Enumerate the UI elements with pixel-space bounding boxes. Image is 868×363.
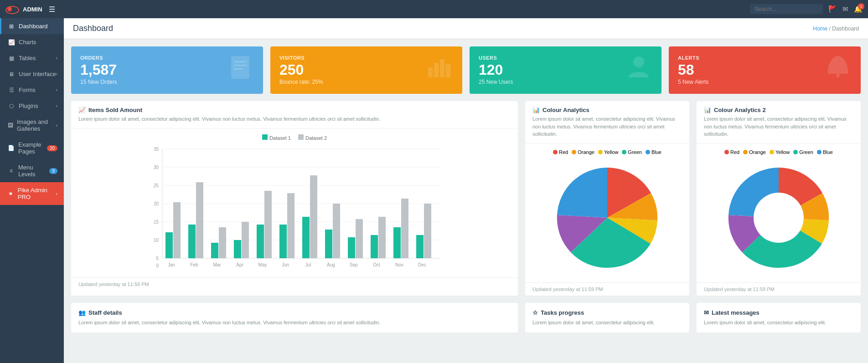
svg-rect-7 <box>446 64 450 77</box>
example-icon: 📄 <box>8 145 15 151</box>
stat-card-orders: ORDERS 1,587 15 New Orders <box>71 46 263 94</box>
svg-rect-2 <box>234 65 247 66</box>
donut-chart-title: 📊 Colour Analytics 2 <box>704 107 853 113</box>
sidebar-item-label: Forms <box>19 87 36 93</box>
sidebar-item-pro[interactable]: ★ Pike Admin PRO › <box>0 182 64 205</box>
svg-rect-0 <box>231 56 249 79</box>
tasks-desc: Lorem ipsum dolor sit amet, consectetur … <box>532 319 682 327</box>
donut-chart-body: Red Orange Yellow Green Blue <box>697 144 861 282</box>
tasks-icon: ☆ <box>532 309 538 316</box>
hamburger-button[interactable]: ☰ <box>47 3 57 15</box>
svg-text:Apr: Apr <box>236 262 243 267</box>
users-label: USERS <box>479 55 513 61</box>
donut-chart-title-icon: 📊 <box>704 107 711 113</box>
sidebar-item-label: Charts <box>19 39 36 46</box>
orders-sub: 15 New Orders <box>80 79 117 85</box>
donut-chart-footer: Updated yesterday at 11:59 PM <box>697 282 861 296</box>
menu-icon: ≡ <box>8 168 15 174</box>
svg-rect-4 <box>428 67 433 77</box>
svg-rect-48 <box>416 235 424 258</box>
sidebar-item-label: Images and Galleries <box>17 118 56 132</box>
svg-text:Sep: Sep <box>350 262 358 267</box>
chevron-right-icon: › <box>56 191 57 196</box>
stat-card-users: USERS 120 25 New Users <box>470 46 661 94</box>
sidebar-item-menu[interactable]: ≡ Menu Levels 9 <box>0 159 64 182</box>
sidebar-item-dashboard[interactable]: ⊞ Dashboard <box>0 18 64 34</box>
top-nav-right: 🚩 ✉ 🔔 1 <box>750 4 863 14</box>
bottom-row: 👥 Staff details Lorem ipsum dolor sit am… <box>71 303 861 333</box>
pro-icon: ★ <box>8 190 14 197</box>
svg-rect-47 <box>401 199 408 258</box>
alerts-icon <box>824 54 852 87</box>
plugins-icon: ⬡ <box>8 103 15 109</box>
svg-rect-41 <box>333 204 340 258</box>
bar-chart-title: 📈 Items Sold Amount <box>78 107 511 113</box>
svg-rect-44 <box>371 235 378 258</box>
sidebar-item-plugins[interactable]: ⬡ Plugins › <box>0 98 64 114</box>
svg-text:Oct: Oct <box>373 262 380 267</box>
users-sub: 25 New Users <box>479 79 513 85</box>
bell-icon[interactable]: 🔔 1 <box>854 5 863 13</box>
svg-rect-37 <box>287 193 294 258</box>
svg-point-62 <box>754 193 804 243</box>
sidebar-item-images[interactable]: 🖼 Images and Galleries › <box>0 114 64 137</box>
svg-rect-3 <box>234 68 243 70</box>
donut-chart-container <box>704 158 853 277</box>
search-input[interactable] <box>750 4 823 14</box>
svg-rect-33 <box>242 222 249 258</box>
visitors-value: 250 <box>279 62 323 77</box>
images-icon: 🖼 <box>8 122 13 128</box>
legend-item-1: Dataset 1 <box>262 134 291 141</box>
alerts-value: 58 <box>678 62 708 77</box>
staff-icon: 👥 <box>78 309 86 316</box>
svg-text:15: 15 <box>154 220 159 225</box>
sidebar-item-label: User Interface <box>19 71 56 77</box>
chevron-right-icon: › <box>56 103 57 108</box>
bar-chart-card: 📈 Items Sold Amount Lorem ipsum dolor si… <box>71 101 518 296</box>
chevron-right-icon: › <box>56 123 57 128</box>
pie-chart-title-icon: 📊 <box>532 107 540 113</box>
svg-text:May: May <box>258 262 267 267</box>
breadcrumb-home[interactable]: Home <box>813 26 827 32</box>
sidebar-item-label: Menu Levels <box>18 164 50 178</box>
envelope-icon[interactable]: ✉ <box>842 5 848 13</box>
svg-rect-1 <box>234 61 247 62</box>
sidebar-item-tables[interactable]: ▦ Tables › <box>0 50 64 66</box>
svg-text:10: 10 <box>154 238 159 243</box>
svg-rect-38 <box>302 217 310 258</box>
visitors-sub: Bounce rate: 25% <box>279 79 323 85</box>
svg-text:Mar: Mar <box>213 262 221 267</box>
ui-icon: 🖥 <box>8 71 15 77</box>
svg-rect-26 <box>165 232 173 258</box>
top-nav-left: ADMIN ☰ <box>5 3 57 15</box>
alerts-label: ALERTS <box>678 55 708 61</box>
visitors-label: VISITORS <box>279 55 323 61</box>
staff-desc: Lorem ipsum dolor sit amet, consectetur … <box>78 319 511 327</box>
svg-rect-29 <box>196 182 203 258</box>
sidebar-item-charts[interactable]: 📈 Charts <box>0 34 64 50</box>
svg-rect-32 <box>234 240 241 258</box>
svg-text:20: 20 <box>154 201 159 206</box>
svg-rect-30 <box>211 243 218 258</box>
sidebar-item-ui[interactable]: 🖥 User Interface › <box>0 66 64 82</box>
svg-text:Feb: Feb <box>190 262 198 267</box>
svg-rect-42 <box>348 237 355 258</box>
svg-text:30: 30 <box>154 165 159 170</box>
sidebar-item-forms[interactable]: ☰ Forms › <box>0 82 64 98</box>
sidebar-item-label: Example Pages <box>18 141 47 155</box>
svg-rect-46 <box>393 227 401 258</box>
svg-rect-43 <box>356 219 363 258</box>
forms-icon: ☰ <box>8 87 15 93</box>
content-area: Dashboard Home / Dashboard ORDERS 1,587 … <box>64 18 868 363</box>
stat-card-alerts: ALERTS 58 5 New Alerts <box>669 46 861 94</box>
tables-icon: ▦ <box>8 55 15 61</box>
chevron-right-icon: › <box>56 56 57 61</box>
svg-text:Jun: Jun <box>282 262 289 267</box>
bar-chart-legend: Dataset 1 Dataset 2 <box>78 134 511 141</box>
bar-chart-container: 35 30 25 20 15 10 5 0 <box>78 144 511 272</box>
users-icon <box>625 54 652 87</box>
bell-badge: 1 <box>858 3 864 10</box>
flag-icon[interactable]: 🚩 <box>828 5 837 13</box>
sidebar-item-example[interactable]: 📄 Example Pages 20 <box>0 137 64 159</box>
tasks-card: ☆ Tasks progress Lorem ipsum dolor sit a… <box>525 303 689 333</box>
